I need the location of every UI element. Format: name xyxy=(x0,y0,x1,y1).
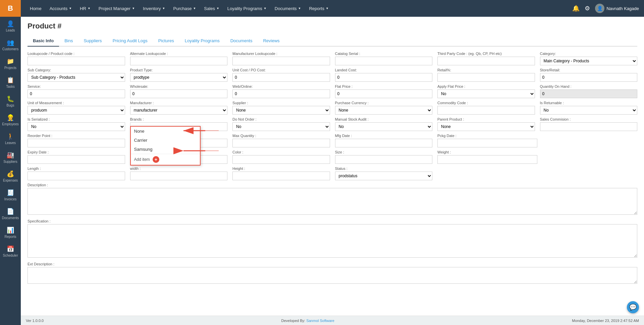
sidebar-item-suppliers[interactable]: 🏭 Suppliers xyxy=(0,148,21,167)
form-row-1: Lookupcode / Product code : Alternate Lo… xyxy=(28,52,637,65)
settings-icon[interactable]: ⚙ xyxy=(585,5,590,12)
store-retail-input[interactable] xyxy=(540,73,638,82)
notification-icon[interactable]: 🔔 xyxy=(572,5,580,12)
qty-on-hand-field: Quantity On Hand : xyxy=(540,84,638,98)
nav-sales[interactable]: Sales ▼ xyxy=(200,0,223,17)
chat-bubble-button[interactable]: 💬 xyxy=(627,301,639,313)
sidebar: B 👤 Leads 👥 Customers 📁 Projects 📋 Tasks… xyxy=(0,0,21,325)
supplier-select[interactable]: None xyxy=(232,106,330,115)
dropdown-add-item[interactable]: Add item + xyxy=(131,154,200,165)
subcategory-field: Sub Category: Sub Category - Products xyxy=(28,68,125,82)
manufacturer-select[interactable]: manufacturer xyxy=(130,106,228,115)
dropdown-option-samsung[interactable]: Samsung xyxy=(131,145,200,154)
sidebar-item-expenses[interactable]: 💰 Expenses xyxy=(0,167,21,186)
subcategory-select[interactable]: Sub Category - Products xyxy=(28,73,125,82)
qty-on-hand-input[interactable] xyxy=(540,89,638,98)
add-circle-icon[interactable]: + xyxy=(153,156,159,163)
color-input[interactable] xyxy=(232,155,330,164)
third-party-input[interactable] xyxy=(437,57,535,65)
status-select[interactable]: prodstatus xyxy=(335,172,433,180)
tab-basic-info[interactable]: Basic Info xyxy=(28,36,59,47)
do-not-order-select[interactable]: No xyxy=(232,122,330,131)
sidebar-item-bugs[interactable]: 🐛 Bugs xyxy=(0,92,21,111)
dropdown-option-carrier[interactable]: Carrier xyxy=(131,136,200,145)
form-row-8: Length : width : Height : Status : prods… xyxy=(28,167,637,180)
sales-commission-input[interactable] xyxy=(540,122,638,131)
sidebar-item-documents[interactable]: 📄 Documents xyxy=(0,204,21,223)
sidebar-item-leaves[interactable]: 🚶 Leaves xyxy=(0,129,21,148)
size-input[interactable] xyxy=(335,155,433,164)
retail-pct-input[interactable] xyxy=(437,73,535,82)
apply-flat-label: Apply Flat Price : xyxy=(437,84,535,88)
apply-flat-select[interactable]: No xyxy=(437,89,535,98)
sidebar-item-tasks[interactable]: 📋 Tasks xyxy=(0,73,21,92)
category-select[interactable]: Main Category - Products xyxy=(540,57,638,65)
nav-hr[interactable]: HR ▼ xyxy=(76,0,95,17)
mfg-date-input[interactable] xyxy=(335,139,433,147)
third-party-label: Third Party Code : (eg. Qb, CP, PH etc) xyxy=(437,52,535,56)
ext-description-section: Ext Description : xyxy=(28,262,637,285)
is-returnable-select[interactable]: No xyxy=(540,106,638,115)
sidebar-item-employees[interactable]: 👷 Employees xyxy=(0,111,21,129)
nav-reports[interactable]: Reports ▼ xyxy=(305,0,332,17)
tab-loyality[interactable]: Loyality Programs xyxy=(179,36,225,47)
wholesale-input[interactable] xyxy=(130,89,228,98)
user-profile[interactable]: 👤 Navnath Kagade xyxy=(595,4,639,13)
manual-stock-select[interactable]: No xyxy=(335,122,433,131)
nav-loyality[interactable]: Loyality Programs ▼ xyxy=(223,0,271,17)
parent-product-select[interactable]: None xyxy=(437,122,535,131)
landed-cost-input[interactable] xyxy=(335,73,433,82)
suppliers-icon: 🏭 xyxy=(7,151,14,159)
max-qty-input[interactable] xyxy=(232,139,330,147)
sidebar-item-reports[interactable]: 📊 Reports xyxy=(0,223,21,242)
sidebar-item-invoices[interactable]: 🧾 Invoices xyxy=(0,186,21,204)
reorder-point-input[interactable] xyxy=(28,139,125,147)
ext-description-textarea[interactable] xyxy=(28,267,637,284)
tab-reviews[interactable]: Reviews xyxy=(258,36,285,47)
dropdown-option-none[interactable]: None xyxy=(131,127,200,136)
expiry-date-input[interactable] xyxy=(28,155,125,164)
specification-textarea[interactable] xyxy=(28,224,637,258)
sidebar-item-scheduler[interactable]: 📅 Scheduler xyxy=(0,242,21,261)
tab-pictures[interactable]: Pictures xyxy=(153,36,179,47)
product-type-select[interactable]: prodtype xyxy=(130,73,228,82)
pckg-date-input[interactable] xyxy=(437,139,537,147)
nav-home[interactable]: Home xyxy=(26,0,46,17)
nav-project-manager[interactable]: Project Manager ▼ xyxy=(95,0,139,17)
documents-icon: 📄 xyxy=(7,208,14,215)
sidebar-item-projects[interactable]: 📁 Projects xyxy=(0,54,21,73)
nav-purchase[interactable]: Purchase ▼ xyxy=(169,0,200,17)
commodity-code-input[interactable] xyxy=(437,106,535,115)
sidebar-item-leads[interactable]: 👤 Leads xyxy=(0,17,21,36)
length-input[interactable] xyxy=(28,172,125,180)
width-input[interactable] xyxy=(130,172,228,180)
sidebar-item-label: Invoices xyxy=(4,197,17,201)
unit-cost-input[interactable] xyxy=(232,73,330,82)
sidebar-item-customers[interactable]: 👥 Customers xyxy=(0,36,21,54)
app-logo[interactable]: B xyxy=(0,0,21,17)
manufacturer-lookup-input[interactable] xyxy=(232,57,330,65)
purchase-currency-select[interactable]: None xyxy=(335,106,433,115)
tab-suppliers[interactable]: Suppliers xyxy=(78,36,107,47)
nav-documents[interactable]: Documents ▼ xyxy=(271,0,305,17)
catalog-serial-field: Catalog Serial : xyxy=(335,52,433,65)
tab-pricing-audit[interactable]: Pricing Audit Logs xyxy=(107,36,153,47)
description-textarea[interactable] xyxy=(28,188,637,215)
height-input[interactable] xyxy=(232,172,330,180)
size-field: Size : xyxy=(335,150,433,164)
alternate-lookup-input[interactable] xyxy=(130,57,228,65)
timestamp-label: Monday, December 23, 2019 2:47:52 AM xyxy=(572,319,639,323)
tab-bins[interactable]: Bins xyxy=(59,36,78,47)
weight-input[interactable] xyxy=(437,155,537,164)
nav-inventory[interactable]: Inventory ▼ xyxy=(139,0,169,17)
lookupcode-input[interactable] xyxy=(28,57,125,65)
lookupcode-label: Lookupcode / Product code : xyxy=(28,52,125,56)
nav-accounts[interactable]: Accounts ▼ xyxy=(46,0,76,17)
tab-documents[interactable]: Documents xyxy=(225,36,258,47)
is-serialized-select[interactable]: No xyxy=(28,122,125,131)
flat-price-input[interactable] xyxy=(335,89,433,98)
catalog-serial-input[interactable] xyxy=(335,57,433,65)
web-online-input[interactable] xyxy=(232,89,330,98)
service-input[interactable] xyxy=(28,89,125,98)
uom-select[interactable]: produom xyxy=(28,106,125,115)
